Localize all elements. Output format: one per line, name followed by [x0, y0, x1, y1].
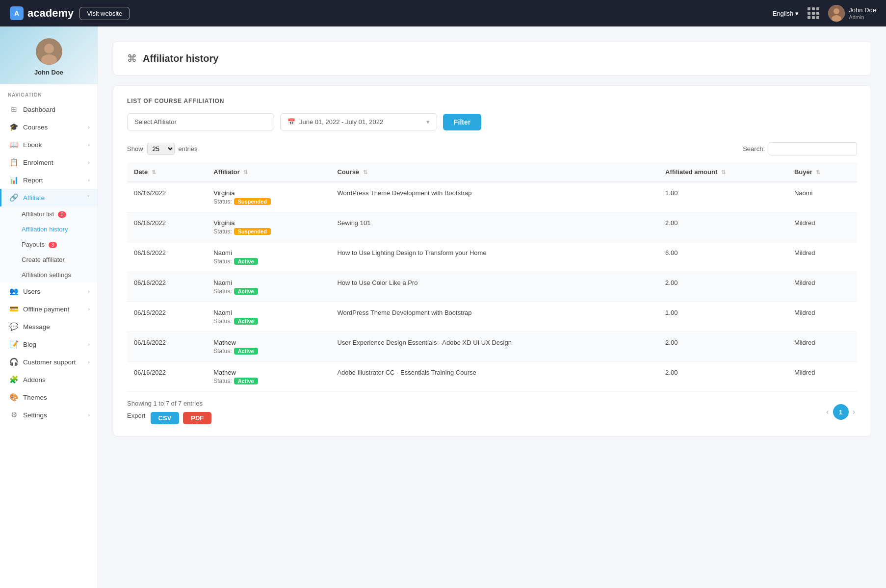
cell-course: User Experience Design Essentials - Adob… [330, 332, 658, 362]
table-controls: Show 25 50 100 entries Search: [127, 142, 857, 155]
sidebar-item-report[interactable]: 📊 Report › [0, 171, 98, 189]
sidebar-item-affiliation-history[interactable]: Affiliation history [0, 222, 98, 237]
cell-date: 06/16/2022 [127, 242, 207, 272]
pagination-page-1[interactable]: 1 [833, 404, 849, 420]
visit-website-button[interactable]: Visit website [79, 7, 130, 20]
cell-affiliator: Naomi Status: Active [207, 242, 330, 272]
affiliator-name: Mathew [213, 339, 323, 346]
chevron-date-icon: ▾ [426, 118, 430, 126]
affiliation-settings-label: Affiliation settings [22, 271, 71, 279]
entries-label: entries [179, 145, 198, 153]
chevron-ebook-icon: › [88, 142, 90, 148]
affiliator-select[interactable]: Select Affiliator [127, 113, 274, 130]
svg-point-1 [834, 8, 839, 14]
sidebar-item-offline-payment[interactable]: 💳 Offline payment › [0, 300, 98, 318]
sidebar-item-enrolment[interactable]: 📋 Enrolment › [0, 153, 98, 171]
affiliator-list-label: Affiliator list [22, 210, 54, 218]
customer-support-icon: 🎧 [9, 358, 18, 366]
table-row: 06/16/2022 Virginia Status: Suspended Se… [127, 212, 857, 242]
chevron-courses-icon: › [88, 124, 90, 130]
export-pdf-button[interactable]: PDF [183, 412, 211, 424]
cell-affiliator: Virginia Status: Suspended [207, 182, 330, 212]
cell-amount: 2.00 [658, 212, 787, 242]
logo[interactable]: A academy [10, 6, 74, 20]
affiliator-name: Naomi [213, 279, 323, 286]
topnav-right: English ▾ John Doe Admin [773, 5, 876, 22]
sidebar-item-settings[interactable]: ⚙ Settings › [0, 406, 98, 424]
pagination-prev-icon[interactable]: ‹ [824, 406, 831, 418]
user-menu[interactable]: John Doe Admin [828, 5, 876, 22]
cell-date: 06/16/2022 [127, 302, 207, 332]
sidebar-item-blog[interactable]: 📝 Blog › [0, 335, 98, 353]
chevron-down-icon: ▾ [795, 10, 799, 17]
cell-date: 06/16/2022 [127, 362, 207, 392]
sort-date-icon: ⇅ [152, 169, 156, 175]
report-icon: 📊 [9, 176, 18, 184]
affiliator-status: Status: Active [213, 348, 323, 355]
col-amount[interactable]: Affiliated amount ⇅ [658, 162, 787, 182]
cell-course: How to Use Color Like a Pro [330, 272, 658, 302]
sort-affiliator-icon: ⇅ [243, 169, 248, 175]
sidebar-item-create-affiliator[interactable]: Create affiliator [0, 252, 98, 267]
cell-date: 06/16/2022 [127, 182, 207, 212]
col-affiliator[interactable]: Affiliator ⇅ [207, 162, 330, 182]
sidebar-username: John Doe [34, 69, 63, 76]
cell-course: WordPress Theme Development with Bootstr… [330, 302, 658, 332]
chevron-settings-icon: › [88, 412, 90, 418]
create-affiliator-label: Create affiliator [22, 256, 65, 263]
sidebar-item-users[interactable]: 👥 Users › [0, 282, 98, 300]
affiliator-name: Naomi [213, 309, 323, 316]
sidebar-item-customer-support[interactable]: 🎧 Customer support › [0, 353, 98, 371]
cell-date: 06/16/2022 [127, 212, 207, 242]
entries-select[interactable]: 25 50 100 [147, 143, 175, 155]
sidebar-item-message[interactable]: 💬 Message [0, 318, 98, 335]
chevron-offline-payment-icon: › [88, 306, 90, 312]
table-row: 06/16/2022 Mathew Status: Active Adobe I… [127, 362, 857, 392]
sidebar-item-courses[interactable]: 🎓 Courses › [0, 118, 98, 136]
sort-course-icon: ⇅ [363, 169, 367, 175]
show-label: Show [127, 145, 143, 153]
sidebar-item-themes[interactable]: 🎨 Themes [0, 388, 98, 406]
table-row: 06/16/2022 Virginia Status: Suspended Wo… [127, 182, 857, 212]
sidebar-item-dashboard[interactable]: ⊞ Dashboard [0, 101, 98, 118]
cell-buyer: Mildred [787, 362, 857, 392]
grid-menu-icon[interactable] [808, 7, 819, 19]
language-selector[interactable]: English ▾ [773, 10, 799, 17]
affiliate-icon: 🔗 [9, 193, 18, 202]
themes-icon: 🎨 [9, 393, 18, 402]
cell-course: WordPress Theme Development with Bootstr… [330, 182, 658, 212]
sidebar-item-addons[interactable]: 🧩 Addons [0, 371, 98, 388]
sidebar-item-affiliate[interactable]: 🔗 Affiliate ˅ [0, 189, 98, 206]
sidebar-item-affiliation-settings[interactable]: Affiliation settings [0, 267, 98, 282]
sidebar-label-customer-support: Customer support [23, 358, 76, 366]
col-date[interactable]: Date ⇅ [127, 162, 207, 182]
export-csv-button[interactable]: CSV [151, 412, 180, 424]
search-box: Search: [743, 142, 857, 155]
page-header: ⌘ Affiliator history [113, 41, 871, 76]
affiliator-list-badge: 0 [58, 211, 67, 218]
language-label: English [773, 10, 794, 17]
pagination-next-icon[interactable]: › [851, 406, 857, 418]
sidebar-item-ebook[interactable]: 📖 Ebook › [0, 136, 98, 153]
sidebar-item-affiliator-list[interactable]: Affiliator list 0 [0, 206, 98, 222]
nav-label: NAVIGATION [0, 84, 98, 101]
enrolment-icon: 📋 [9, 158, 18, 167]
col-buyer[interactable]: Buyer ⇅ [787, 162, 857, 182]
sidebar-label-report: Report [23, 177, 43, 184]
show-entries: Show 25 50 100 entries [127, 143, 198, 155]
ebook-icon: 📖 [9, 140, 18, 149]
cell-course: Adobe Illustrator CC - Essentials Traini… [330, 362, 658, 392]
page-header-icon: ⌘ [127, 52, 137, 64]
cell-buyer: Mildred [787, 242, 857, 272]
col-course[interactable]: Course ⇅ [330, 162, 658, 182]
chevron-users-icon: › [88, 288, 90, 294]
chevron-affiliate-icon: ˅ [87, 195, 90, 201]
section-title: LIST OF COURSE AFFILIATION [127, 98, 857, 104]
search-input[interactable] [769, 142, 857, 155]
sidebar-item-payouts[interactable]: Payouts 3 [0, 237, 98, 252]
date-range-picker[interactable]: 📅 June 01, 2022 - July 01, 2022 ▾ [280, 113, 437, 130]
filter-button[interactable]: Filter [443, 114, 481, 130]
cell-amount: 6.00 [658, 242, 787, 272]
chevron-customer-support-icon: › [88, 359, 90, 365]
sidebar-profile: John Doe [0, 26, 98, 84]
